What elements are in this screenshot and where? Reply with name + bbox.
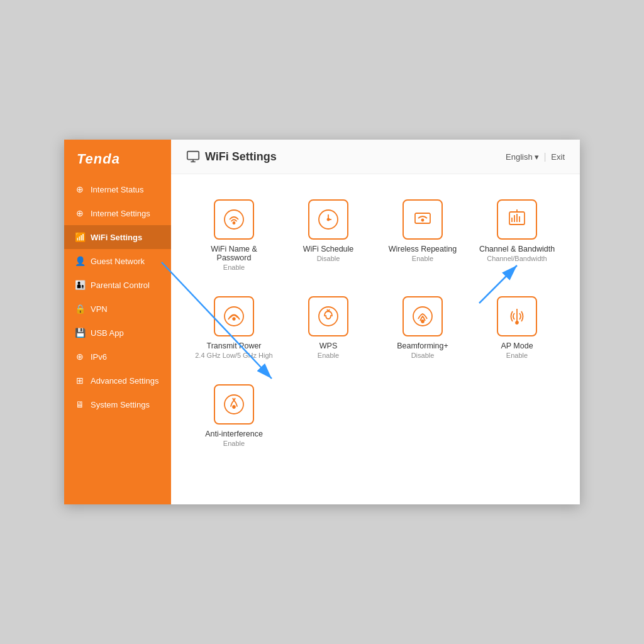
wifi-name-status: Enable: [223, 264, 245, 271]
svg-point-24: [421, 320, 424, 323]
lock-icon: 🔒: [74, 304, 86, 314]
wps-status: Enable: [318, 352, 339, 359]
monitor-icon: 🖥: [74, 399, 86, 409]
svg-point-26: [516, 321, 518, 324]
wireless-repeating-icon: [411, 208, 434, 231]
sidebar-item-vpn[interactable]: 🔒 VPN: [64, 297, 171, 321]
network-icon: ⊕: [74, 352, 86, 362]
transmit-power-icon: [223, 305, 245, 328]
grid-item-anti-interference[interactable]: Anti-interference Enable: [190, 378, 278, 453]
sidebar-label: Advanced Settings: [91, 376, 158, 386]
wifi-icon: 📶: [74, 232, 86, 242]
family-icon: 👨‍👦: [74, 280, 86, 290]
wifi-schedule-icon-box: [308, 199, 348, 240]
user-icon: 👤: [74, 256, 86, 266]
wireless-repeating-label: Wireless Repeating: [389, 245, 457, 253]
header-right: English ▾ | Exit: [506, 152, 565, 162]
sidebar-item-wifi-settings[interactable]: 📶 WiFi Settings: [64, 225, 171, 249]
grid-item-beamforming[interactable]: Beamforming+ Disable: [379, 290, 467, 365]
beamforming-status: Disable: [411, 352, 435, 359]
page-title-area: WiFi Settings: [186, 150, 277, 164]
transmit-power-icon-box: [214, 296, 254, 336]
wps-label: WPS: [319, 341, 337, 350]
sidebar-label: USB App: [91, 328, 124, 338]
sidebar-label: Parental Control: [91, 280, 150, 290]
chevron-down-icon: ▾: [535, 152, 539, 162]
transmit-power-status: 2.4 GHz Low/5 GHz High: [195, 352, 273, 359]
main-content: WiFi Settings English ▾ | Exit: [171, 140, 580, 504]
sidebar-item-ipv6[interactable]: ⊕ IPv6: [64, 345, 171, 369]
wifi-settings-icon: [186, 150, 200, 164]
language-selector[interactable]: English ▾: [506, 152, 539, 162]
sidebar-item-advanced-settings[interactable]: ⊞ Advanced Settings: [64, 369, 171, 392]
svg-point-28: [233, 406, 235, 408]
sidebar-label: VPN: [91, 304, 108, 314]
app-window: Tenda ⊕ Internet Status ⊕ Internet Setti…: [64, 140, 580, 504]
wireless-repeating-icon-box: [402, 199, 443, 240]
grid-item-wps[interactable]: WPS Enable: [284, 290, 372, 365]
channel-bandwidth-icon: [506, 208, 528, 231]
svg-point-20: [319, 307, 338, 326]
grid-item-wifi-schedule[interactable]: WiFi Schedule Disable: [284, 193, 372, 277]
anti-interference-icon: [223, 393, 245, 416]
beamforming-icon: [411, 305, 434, 328]
sidebar-item-internet-settings[interactable]: ⊕ Internet Settings: [64, 201, 171, 225]
sidebar-logo: Tenda: [64, 140, 171, 177]
anti-interference-label: Anti-interference: [205, 430, 263, 438]
svg-point-19: [233, 318, 235, 320]
wifi-schedule-icon: [317, 208, 340, 231]
grid-item-channel-bandwidth[interactable]: Channel & Bandwidth Channel/Bandwidth: [473, 193, 561, 277]
transmit-power-label: Transmit Power: [206, 341, 261, 350]
svg-point-27: [225, 395, 243, 414]
header-divider: |: [544, 152, 547, 162]
sidebar-label: System Settings: [91, 400, 150, 409]
wifi-name-label: WiFi Name & Password: [194, 245, 274, 262]
beamforming-label: Beamforming+: [397, 341, 448, 350]
grid-item-wireless-repeating[interactable]: Wireless Repeating Enable: [379, 193, 467, 277]
svg-rect-9: [415, 213, 430, 223]
svg-point-10: [422, 219, 424, 221]
ap-mode-label: AP Mode: [501, 341, 533, 350]
page-title: WiFi Settings: [205, 150, 277, 164]
grid-item-transmit-power[interactable]: Transmit Power 2.4 GHz Low/5 GHz High: [190, 290, 278, 365]
sidebar-label: Internet Settings: [91, 209, 150, 218]
channel-bandwidth-icon-box: [497, 199, 537, 240]
grid-item-wifi-name-password[interactable]: WiFi Name & Password Enable: [190, 193, 278, 277]
main-header: WiFi Settings English ▾ | Exit: [171, 140, 580, 174]
sidebar-label: Internet Status: [91, 185, 144, 194]
ap-mode-icon-box: [497, 296, 537, 336]
wifi-name-icon-box: [214, 199, 254, 240]
channel-bandwidth-status: Channel/Bandwidth: [487, 255, 547, 262]
settings-grid: WiFi Name & Password Enable WiFi Schedul…: [171, 174, 580, 504]
svg-point-18: [225, 307, 243, 326]
channel-bandwidth-label: Channel & Bandwidth: [479, 245, 555, 253]
globe-icon: ⊕: [74, 208, 86, 218]
beamforming-icon-box: [402, 296, 443, 336]
wifi-name-icon: [223, 208, 245, 231]
anti-interference-status: Enable: [223, 440, 245, 447]
sidebar-item-usb-app[interactable]: 💾 USB App: [64, 321, 171, 345]
grid-icon: ⊞: [74, 375, 86, 386]
sidebar-item-guest-network[interactable]: 👤 Guest Network: [64, 249, 171, 273]
sidebar-label: IPv6: [91, 352, 107, 362]
sidebar-item-system-settings[interactable]: 🖥 System Settings: [64, 392, 171, 416]
language-label: English: [506, 152, 533, 162]
globe-icon: ⊕: [74, 184, 86, 194]
wifi-schedule-status: Disable: [317, 255, 340, 262]
wireless-repeating-status: Enable: [412, 255, 433, 262]
wifi-schedule-label: WiFi Schedule: [303, 245, 354, 253]
sidebar-item-internet-status[interactable]: ⊕ Internet Status: [64, 177, 171, 201]
grid-item-ap-mode[interactable]: AP Mode Enable: [473, 290, 561, 365]
svg-point-8: [328, 219, 330, 221]
svg-rect-0: [187, 152, 199, 160]
ap-mode-status: Enable: [506, 352, 528, 359]
svg-point-4: [233, 222, 235, 224]
sidebar-label: WiFi Settings: [91, 233, 142, 242]
sidebar-label: Guest Network: [91, 257, 145, 266]
ap-mode-icon: [506, 305, 528, 328]
wps-icon: [317, 305, 340, 328]
sidebar-item-parental-control[interactable]: 👨‍👦 Parental Control: [64, 273, 171, 297]
exit-button[interactable]: Exit: [551, 152, 565, 162]
sidebar: Tenda ⊕ Internet Status ⊕ Internet Setti…: [64, 140, 171, 504]
usb-icon: 💾: [74, 328, 86, 338]
